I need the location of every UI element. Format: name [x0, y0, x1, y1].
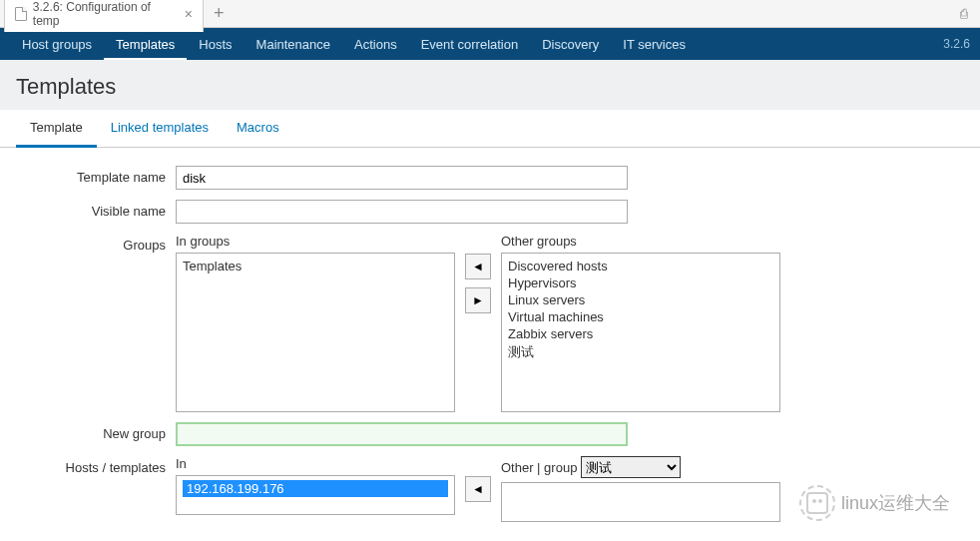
- nav-event-correlation[interactable]: Event correlation: [409, 29, 531, 60]
- nav-host-groups[interactable]: Host groups: [10, 29, 104, 60]
- visible-name-input[interactable]: [176, 200, 628, 224]
- template-name-label: Template name: [16, 166, 176, 185]
- hosts-templates-label: Hosts / templates: [16, 456, 176, 475]
- move-right-button[interactable]: ►: [465, 287, 491, 313]
- nav-actions[interactable]: Actions: [342, 29, 409, 60]
- new-group-label: New group: [16, 422, 176, 441]
- nav-templates[interactable]: Templates: [104, 29, 187, 60]
- in-groups-listbox[interactable]: Templates: [176, 253, 455, 412]
- browser-tab-title: 3.2.6: Configuration of temp: [33, 0, 179, 28]
- watermark-text: linux运维大全: [841, 491, 950, 515]
- triangle-left-icon: ◄: [472, 260, 484, 273]
- browser-tab-strip: 3.2.6: Configuration of temp × + ⎙: [0, 0, 980, 28]
- visible-name-label: Visible name: [16, 200, 176, 219]
- subtabs: Template Linked templates Macros: [0, 110, 980, 148]
- nav-maintenance[interactable]: Maintenance: [245, 29, 342, 60]
- move-left-button[interactable]: ◄: [465, 254, 491, 279]
- list-item[interactable]: Virtual machines: [508, 308, 773, 325]
- template-form: Template name Visible name Groups In gro…: [0, 148, 980, 541]
- nav-hosts[interactable]: Hosts: [187, 29, 244, 60]
- move-left-button[interactable]: ◄: [465, 476, 491, 502]
- nav-discovery[interactable]: Discovery: [530, 29, 611, 60]
- subtab-template[interactable]: Template: [16, 110, 97, 148]
- new-group-input[interactable]: [176, 422, 628, 446]
- other-groups-listbox[interactable]: Discovered hosts Hypervisors Linux serve…: [501, 253, 780, 412]
- wechat-icon: [799, 485, 835, 521]
- list-item[interactable]: 192.168.199.176: [183, 480, 448, 497]
- list-item[interactable]: Templates: [183, 258, 448, 274]
- other-hosts-listbox[interactable]: [501, 482, 780, 522]
- other-groups-label: Other groups: [501, 234, 780, 249]
- triangle-right-icon: ►: [472, 293, 484, 307]
- watermark: linux运维大全: [799, 485, 950, 521]
- list-item[interactable]: Linux servers: [508, 291, 773, 308]
- main-nav: Host groups Templates Hosts Maintenance …: [0, 28, 980, 60]
- list-item[interactable]: 测试: [508, 342, 773, 362]
- browser-tab[interactable]: 3.2.6: Configuration of temp ×: [4, 0, 204, 32]
- hosts-in-label: In: [176, 456, 455, 471]
- groups-label: Groups: [16, 234, 176, 253]
- in-groups-label: In groups: [176, 234, 455, 249]
- triangle-left-icon: ◄: [472, 482, 484, 496]
- document-icon: [15, 7, 27, 21]
- page-title: Templates: [16, 74, 964, 100]
- page-header: Templates: [0, 60, 980, 110]
- template-name-input[interactable]: [176, 166, 628, 190]
- browser-toolbar-right: ⎙: [960, 6, 976, 21]
- subtab-linked-templates[interactable]: Linked templates: [97, 110, 223, 147]
- in-hosts-listbox[interactable]: 192.168.199.176: [176, 475, 455, 515]
- nav-it-services[interactable]: IT services: [611, 29, 698, 60]
- list-item[interactable]: Discovered hosts: [508, 258, 773, 274]
- nav-version: 3.2.6: [943, 37, 970, 51]
- new-tab-button[interactable]: +: [204, 1, 235, 26]
- close-icon[interactable]: ×: [185, 7, 193, 21]
- list-item[interactable]: Hypervisors: [508, 274, 773, 291]
- hosts-other-label: Other | group 测试: [501, 456, 780, 478]
- print-icon[interactable]: ⎙: [960, 6, 968, 21]
- subtab-macros[interactable]: Macros: [223, 110, 293, 147]
- list-item[interactable]: Zabbix servers: [508, 325, 773, 342]
- hosts-other-group-select[interactable]: 测试: [581, 456, 681, 478]
